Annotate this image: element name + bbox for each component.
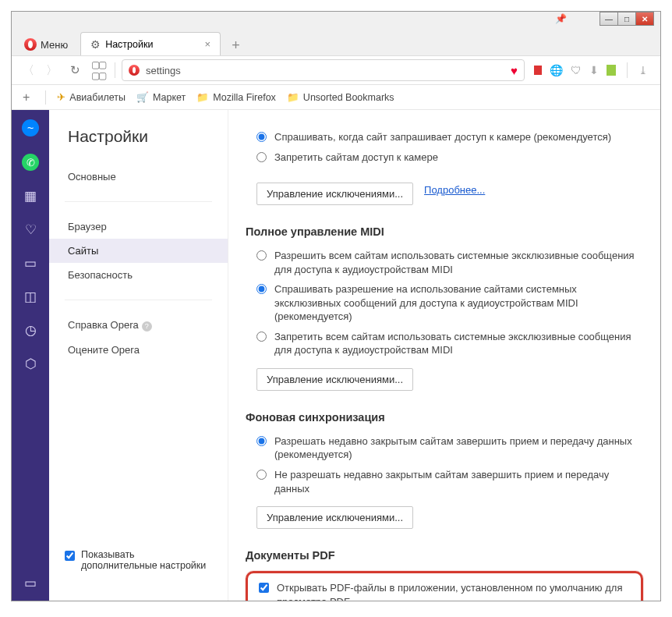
- tab-bar: Меню ⚙ Настройки × +: [12, 29, 660, 55]
- left-rail: ~ ✆ ▦ ♡ ▭ ◫ ◷ ⬡ ▭: [12, 110, 49, 601]
- bookmark-market[interactable]: 🛒 Маркет: [136, 91, 186, 103]
- folder-icon: 📁: [287, 91, 299, 103]
- tab-title: Настройки: [105, 39, 153, 50]
- sidebar-item-browser[interactable]: Браузер: [49, 215, 228, 239]
- camera-deny-label: Запретить сайтам доступ к камере: [274, 151, 438, 165]
- add-bookmark-button[interactable]: +: [18, 90, 34, 105]
- folder-icon: 📁: [196, 91, 209, 103]
- news-rail-icon[interactable]: ▭: [24, 255, 37, 271]
- opera-menu-button[interactable]: Меню: [16, 34, 76, 55]
- bm-label: Unsorted Bookmarks: [303, 92, 394, 103]
- midi-ask-label: Спрашивать разрешение на использование с…: [274, 282, 643, 324]
- sidebar-item-rate[interactable]: Оцените Opera: [49, 338, 228, 362]
- pdf-open-external-label: Открывать PDF-файлы в приложении, устано…: [277, 581, 630, 601]
- toolbar-divider: [115, 62, 115, 78]
- extensions-rail-icon[interactable]: ⬡: [25, 356, 37, 372]
- opera-logo-icon: [24, 38, 37, 51]
- sync-heading: Фоновая синхронизация: [246, 411, 643, 424]
- sync-deny-radio[interactable]: [256, 470, 267, 480]
- bm-divider: [45, 90, 46, 105]
- new-tab-button[interactable]: +: [225, 36, 246, 55]
- bookmark-mozilla[interactable]: 📁 Mozilla Firefox: [196, 91, 276, 103]
- show-advanced-checkbox-row[interactable]: Показывать дополнительные настройки: [49, 549, 228, 583]
- tab-settings[interactable]: ⚙ Настройки ×: [80, 32, 221, 55]
- extension-android-icon[interactable]: [607, 65, 616, 76]
- whatsapp-icon[interactable]: ✆: [22, 154, 39, 171]
- sync-manage-exceptions-button[interactable]: Управление исключениями...: [256, 506, 413, 529]
- ext-divider: [627, 62, 628, 78]
- address-bar[interactable]: settings ♥: [122, 59, 525, 81]
- midi-deny-radio[interactable]: [256, 332, 267, 342]
- settings-content[interactable]: Спрашивать, когда сайт запрашивает досту…: [228, 110, 660, 601]
- sidebar-item-basic[interactable]: Основные: [49, 165, 228, 189]
- window-maximize-button[interactable]: □: [617, 12, 636, 26]
- sidebar-item-help-label: Справка Opera: [68, 319, 139, 331]
- section-background-sync: Фоновая синхронизация Разрешать недавно …: [246, 411, 643, 529]
- history-rail-icon[interactable]: ◷: [25, 322, 37, 339]
- window-minimize-button[interactable]: —: [599, 12, 618, 26]
- sidebar-item-sites[interactable]: Сайты: [49, 239, 228, 263]
- sidebar-item-help[interactable]: Справка Opera?: [49, 313, 228, 338]
- bookmarks-rail-icon[interactable]: ♡: [25, 222, 37, 238]
- bookmark-heart-icon[interactable]: ♥: [511, 64, 518, 77]
- midi-allow-label: Разрешить всем сайтам использовать систе…: [274, 249, 643, 276]
- midi-heading: Полное управление MIDI: [246, 225, 643, 238]
- bm-label: Mozilla Firefox: [213, 92, 276, 103]
- plane-icon: ✈: [57, 91, 65, 103]
- address-opera-icon: [129, 65, 140, 76]
- midi-allow-radio[interactable]: [256, 250, 267, 261]
- extension-shield-icon[interactable]: 🛡: [571, 64, 582, 76]
- bookmarks-bar: + ✈ Авиабилеты 🛒 Маркет 📁 Mozilla Firefo…: [12, 85, 660, 110]
- speed-dial-rail-icon[interactable]: ▦: [24, 188, 37, 204]
- section-camera: Спрашивать, когда сайт запрашивает досту…: [246, 127, 643, 205]
- extension-globe-icon[interactable]: 🌐: [550, 64, 563, 76]
- address-text: settings: [146, 65, 181, 76]
- sync-allow-radio[interactable]: [256, 436, 267, 446]
- help-question-icon: ?: [142, 321, 152, 332]
- sync-deny-label: Не разрешать недавно закрытым сайтам зав…: [274, 468, 643, 495]
- show-advanced-label: Показывать дополнительные настройки: [81, 549, 212, 571]
- extension-icons: 🌐 🛡 ⬇ ⤓: [528, 62, 654, 78]
- settings-rail-icon[interactable]: ▭: [24, 575, 37, 591]
- back-button[interactable]: 〈: [18, 60, 38, 80]
- camera-ask-label: Спрашивать, когда сайт запрашивает досту…: [274, 130, 611, 144]
- toolbar: 〈 〉 ↻ ▢▢▢▢ settings ♥ 🌐 🛡 ⬇ ⤓: [12, 55, 660, 85]
- camera-manage-exceptions-button[interactable]: Управление исключениями...: [256, 183, 413, 205]
- messenger-icon[interactable]: ~: [22, 119, 39, 137]
- camera-ask-radio[interactable]: [256, 132, 267, 142]
- extension-adblock-icon[interactable]: [534, 66, 542, 75]
- forward-button[interactable]: 〉: [41, 60, 62, 80]
- bm-label: Маркет: [153, 92, 186, 103]
- show-advanced-checkbox[interactable]: [65, 551, 75, 561]
- midi-ask-radio[interactable]: [256, 284, 267, 294]
- bookmark-unsorted[interactable]: 📁 Unsorted Bookmarks: [287, 91, 394, 103]
- midi-deny-label: Запретить всем сайтам использовать систе…: [274, 330, 643, 357]
- reload-button[interactable]: ↻: [65, 60, 85, 80]
- settings-sidebar: Настройки Основные Браузер Сайты Безопас…: [49, 110, 228, 601]
- pin-icon[interactable]: 📌: [555, 13, 567, 24]
- section-pdf: Документы PDF Открывать PDF-файлы в прил…: [246, 549, 643, 601]
- camera-deny-radio[interactable]: [256, 152, 267, 162]
- pdf-heading: Документы PDF: [246, 549, 643, 562]
- gear-icon: ⚙: [90, 38, 101, 51]
- bm-label: Авиабилеты: [69, 92, 126, 103]
- camera-learn-more-link[interactable]: Подробнее...: [424, 184, 485, 196]
- tabs-rail-icon[interactable]: ◫: [24, 289, 37, 305]
- tab-close-icon[interactable]: ×: [205, 38, 211, 50]
- sync-allow-label: Разрешать недавно закрытым сайтам заверш…: [274, 434, 643, 462]
- pdf-open-external-row[interactable]: Открывать PDF-файлы в приложении, устано…: [246, 571, 643, 601]
- opera-menu-label: Меню: [41, 39, 68, 51]
- window-close-button[interactable]: ✕: [635, 12, 654, 26]
- bookmark-aviabilety[interactable]: ✈ Авиабилеты: [57, 91, 126, 103]
- midi-manage-exceptions-button[interactable]: Управление исключениями...: [256, 368, 413, 391]
- pdf-open-external-checkbox[interactable]: [259, 583, 269, 593]
- cart-icon: 🛒: [136, 91, 149, 103]
- sidebar-item-security[interactable]: Безопасность: [49, 263, 228, 287]
- settings-title: Настройки: [49, 127, 228, 160]
- downloads-icon[interactable]: ⤓: [638, 64, 648, 76]
- extension-download-icon[interactable]: ⬇: [589, 64, 599, 76]
- speed-dial-button[interactable]: ▢▢▢▢: [88, 60, 108, 80]
- section-midi: Полное управление MIDI Разрешить всем са…: [246, 225, 643, 391]
